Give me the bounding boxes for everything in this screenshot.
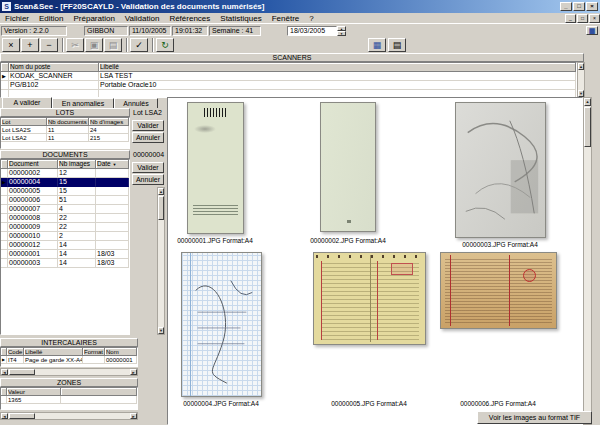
col-lot[interactable]: Lot xyxy=(1,118,47,126)
document-thumbnail-4[interactable] xyxy=(181,252,262,397)
add-icon[interactable]: + xyxy=(21,38,39,52)
empty-cell xyxy=(61,396,137,404)
document-row[interactable]: 00000003 14 18/03 xyxy=(1,259,129,268)
menu-references[interactable]: Références xyxy=(164,13,215,24)
scroll-down-icon[interactable]: ▼ xyxy=(578,90,584,97)
document-thumbnail-1[interactable] xyxy=(187,102,244,234)
scroll-left-icon[interactable]: ◄ xyxy=(1,413,8,419)
col-date[interactable]: Date ▼ xyxy=(96,160,129,169)
document-thumbnail-5[interactable] xyxy=(313,252,426,345)
document-row[interactable]: 00000006 51 xyxy=(1,196,129,205)
close-icon[interactable]: × xyxy=(586,2,598,11)
scanner-row[interactable]: PG/B102 Portable Oracle10 xyxy=(1,81,576,90)
paste-icon[interactable]: ▤ xyxy=(104,38,122,52)
document-row[interactable]: 00000010 2 xyxy=(1,232,129,241)
zones-section-header: ZONES xyxy=(0,378,138,387)
col-nb-documents[interactable]: Nb documents xyxy=(47,118,89,126)
scroll-left-icon[interactable]: ◄ xyxy=(1,369,8,375)
menu-edition[interactable]: Edition xyxy=(34,13,68,24)
mdi-minimize-icon[interactable]: _ xyxy=(565,14,576,23)
maximize-icon[interactable]: □ xyxy=(573,2,585,11)
lot-row[interactable]: Lot LSA2S 11 24 xyxy=(1,126,129,134)
scanners-scrollbar[interactable]: ▲ ▼ xyxy=(577,62,585,98)
col-nom[interactable]: Nom xyxy=(105,348,137,356)
table-view-icon[interactable]: ▦ xyxy=(368,38,386,52)
lot-docs: 11 xyxy=(47,134,89,142)
remove-icon[interactable]: − xyxy=(40,38,58,52)
documents-scrollbar[interactable]: ▲ ▼ xyxy=(157,187,165,335)
col-document[interactable]: Document xyxy=(8,160,58,169)
scroll-down-icon[interactable]: ▼ xyxy=(158,327,164,334)
refresh-icon[interactable]: ↻ xyxy=(156,38,174,52)
minimize-icon[interactable]: _ xyxy=(560,2,572,11)
menu-aide[interactable]: ? xyxy=(304,13,318,24)
scroll-thumb[interactable] xyxy=(9,369,35,375)
col-libelle[interactable]: Libellé xyxy=(99,63,576,72)
col-nb-images[interactable]: Nb images xyxy=(58,160,96,169)
documents-annuler-button[interactable]: Annuler xyxy=(132,174,164,185)
document-row[interactable]: 00000008 22 xyxy=(1,214,129,223)
scroll-right-icon[interactable]: ► xyxy=(130,369,137,375)
viewer-scrollbar[interactable]: ▲ ▼ xyxy=(583,97,592,425)
row-marker xyxy=(1,214,8,223)
document-row[interactable]: 00000002 12 xyxy=(1,169,129,178)
col-nb-images[interactable]: Nb d'images xyxy=(89,118,129,126)
tab-en-anomalies[interactable]: En anomalies xyxy=(52,98,114,108)
scroll-thumb[interactable] xyxy=(9,413,35,419)
thumbnail-caption: 00000006.JPG Format:A4 xyxy=(438,400,558,407)
document-id: 00000010 xyxy=(8,232,58,241)
menu-statistiques[interactable]: Statistiques xyxy=(215,13,266,24)
intercalaire-row[interactable]: ▶ IT4 Page de garde XX-A4 00000001 xyxy=(1,356,137,364)
document-row[interactable]: 00000001 14 18/03 xyxy=(1,250,129,259)
scroll-up-icon[interactable]: ▲ xyxy=(158,188,164,195)
lots-annuler-button[interactable]: Annuler xyxy=(132,132,164,143)
document-row[interactable]: 00000009 22 xyxy=(1,223,129,232)
scroll-thumb[interactable] xyxy=(158,196,164,220)
lot-row[interactable]: Lot LSA2 11 215 xyxy=(1,134,129,142)
document-row-selected[interactable]: ▶ 00000004 15 xyxy=(1,178,129,187)
copy-icon[interactable]: ▣ xyxy=(85,38,103,52)
mdi-close-icon[interactable]: × xyxy=(589,14,600,23)
date-spin-down-icon[interactable]: ▼ xyxy=(337,31,346,36)
tab-annules[interactable]: Annulés xyxy=(114,98,158,108)
col-libelle[interactable]: Libellé xyxy=(24,348,83,356)
report-icon[interactable]: ▤ xyxy=(388,38,406,52)
tab-a-valider[interactable]: A valider xyxy=(2,97,52,108)
col-valeur[interactable]: Valeur xyxy=(7,388,61,396)
scroll-up-icon[interactable]: ▲ xyxy=(578,63,584,70)
document-thumbnail-3[interactable] xyxy=(455,102,546,238)
delete-icon[interactable]: × xyxy=(2,38,20,52)
menu-fichier[interactable]: Fichier xyxy=(0,13,34,24)
lots-section-header: LOTS xyxy=(0,108,130,117)
intercalaires-section-header: INTERCALAIRES xyxy=(0,338,138,347)
intercalaires-hscrollbar[interactable]: ◄ ► xyxy=(0,368,138,376)
lots-valider-button[interactable]: Valider xyxy=(132,120,164,131)
documents-valider-button[interactable]: Valider xyxy=(132,162,164,173)
document-row[interactable]: 00000012 14 xyxy=(1,241,129,250)
view-tif-button[interactable]: Voir les images au format TIF xyxy=(477,411,592,424)
scroll-right-icon[interactable]: ► xyxy=(130,413,137,419)
document-row[interactable]: 00000007 4 xyxy=(1,205,129,214)
col-format[interactable]: Format xyxy=(83,348,105,356)
grid-mini-icon[interactable]: ▦ xyxy=(586,26,598,35)
mdi-restore-icon[interactable]: □ xyxy=(577,14,588,23)
document-row[interactable]: 00000005 15 xyxy=(1,187,129,196)
scanner-row[interactable]: ▶ KODAK_SCANNER LSA TEST xyxy=(1,72,576,81)
scroll-thumb[interactable] xyxy=(584,107,591,147)
cut-icon[interactable]: ✂ xyxy=(66,38,84,52)
document-thumbnail-2[interactable] xyxy=(320,102,376,232)
zone-row[interactable]: 1365 xyxy=(1,396,137,404)
validate-check-icon[interactable]: ✓ xyxy=(130,38,148,52)
col-nom-du-poste[interactable]: Nom du poste xyxy=(9,63,99,72)
menu-fenetre[interactable]: Fenêtre xyxy=(267,13,305,24)
document-thumbnail-6[interactable] xyxy=(440,252,557,329)
document-nb: 15 xyxy=(58,178,96,187)
col-code[interactable]: Code xyxy=(7,348,24,356)
lots-header-row: Lot Nb documents Nb d'images xyxy=(1,118,129,126)
menu-validation[interactable]: Validation xyxy=(120,13,165,24)
scroll-up-icon[interactable]: ▲ xyxy=(584,98,591,106)
reference-date-field[interactable]: 18/03/2005 xyxy=(287,26,337,36)
zones-hscrollbar[interactable]: ◄ ► xyxy=(0,412,138,420)
document-id: 00000009 xyxy=(8,223,58,232)
menu-preparation[interactable]: Préparation xyxy=(68,13,119,24)
